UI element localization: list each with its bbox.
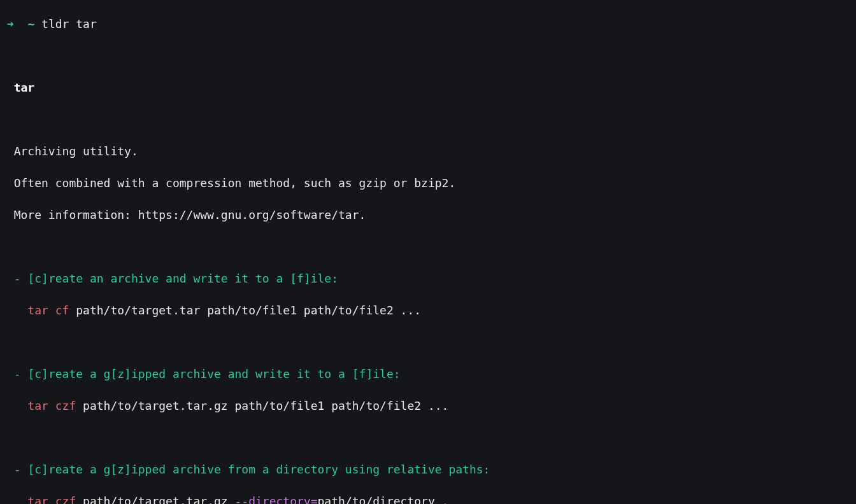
blank-line (0, 239, 856, 255)
example-cmd: tar czf path/to/target.tar.gz --director… (0, 493, 856, 504)
example-desc: - [c]reate a g[z]ipped archive and write… (0, 366, 856, 382)
description-line: More information: https://www.gnu.org/so… (0, 207, 856, 223)
prompt-cwd: ~ (27, 17, 34, 31)
blank-line (0, 430, 856, 445)
terminal-output[interactable]: ➜ ~ tldr tar tar Archiving utility. Ofte… (0, 0, 856, 504)
example-desc: - [c]reate an archive and write it to a … (0, 270, 856, 286)
blank-line (0, 334, 856, 350)
blank-line (0, 48, 856, 64)
prompt-arrow-icon: ➜ (7, 17, 14, 31)
description-line: Often combined with a compression method… (0, 175, 856, 191)
page-title: tar (0, 80, 856, 95)
blank-line (0, 111, 856, 127)
example-desc: - [c]reate a g[z]ipped archive from a di… (0, 461, 856, 477)
example-cmd: tar czf path/to/target.tar.gz path/to/fi… (0, 398, 856, 414)
typed-command: tldr tar (41, 17, 97, 31)
prompt-line[interactable]: ➜ ~ tldr tar (0, 16, 856, 32)
description-line: Archiving utility. (0, 143, 856, 159)
example-cmd: tar cf path/to/target.tar path/to/file1 … (0, 302, 856, 318)
